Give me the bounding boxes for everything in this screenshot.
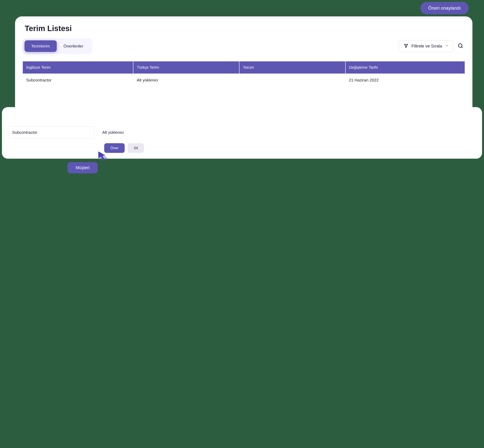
cell-comment <box>239 73 345 87</box>
cursor-label-group: Müşteri <box>68 162 98 173</box>
toast-notification: Öneri onaylandı <box>421 2 468 14</box>
input-row: Alt yüklenici <box>8 127 476 138</box>
target-term-text: Alt yüklenici <box>102 130 124 135</box>
tab-label: Terimlerim <box>31 44 50 48</box>
tab-label: Önerilenler <box>63 44 83 48</box>
cell-turkish: Alt yüklenici <box>133 73 239 87</box>
svg-line-1 <box>461 47 462 48</box>
header-date: Değiştirme Tarihi <box>346 61 465 73</box>
button-label: Öner <box>110 146 119 150</box>
cursor-pointer-icon <box>96 150 108 161</box>
chevron-down-icon <box>445 44 448 49</box>
tab-my-terms[interactable]: Terimlerim <box>24 40 57 52</box>
header-comment: Yorum <box>239 61 345 73</box>
bottom-panel: Alt yüklenici Öner Sil <box>2 107 482 159</box>
button-row: Öner Sil <box>104 143 476 153</box>
tab-suggested[interactable]: Önerilenler <box>57 40 90 52</box>
header-turkish: Türkçe Terim <box>133 61 239 73</box>
right-controls: Filtrele ve Sırala <box>399 40 465 52</box>
terms-table: İngilizce Terim Türkçe Terim Yorum Değiş… <box>23 61 465 87</box>
button-label: Sil <box>134 146 138 150</box>
toast-message: Öneri onaylandı <box>428 5 461 11</box>
user-role-badge: Müşteri <box>68 162 98 173</box>
controls-row: Terimlerim Önerilenler Filtrele ve Sıral… <box>23 39 465 54</box>
delete-button[interactable]: Sil <box>127 143 144 153</box>
search-icon <box>458 46 463 49</box>
filter-sort-dropdown[interactable]: Filtrele ve Sırala <box>399 40 453 52</box>
tabs-container: Terimlerim Önerilenler <box>23 39 92 54</box>
svg-point-2 <box>99 156 107 160</box>
table-row[interactable]: Subcontractor Alt yüklenici 21 Haziran 2… <box>23 73 465 87</box>
cell-english: Subcontractor <box>23 73 133 87</box>
filter-label: Filtrele ve Sırala <box>412 44 442 49</box>
filter-icon <box>404 43 409 49</box>
badge-label: Müşteri <box>76 165 89 170</box>
search-button[interactable] <box>456 41 465 51</box>
header-english: İngilizce Terim <box>23 61 133 73</box>
source-term-input[interactable] <box>8 127 95 138</box>
page-title: Terim Listesi <box>25 24 465 33</box>
cell-date: 21 Haziran 2022 <box>345 73 464 87</box>
table-header: İngilizce Terim Türkçe Terim Yorum Değiş… <box>23 61 465 73</box>
